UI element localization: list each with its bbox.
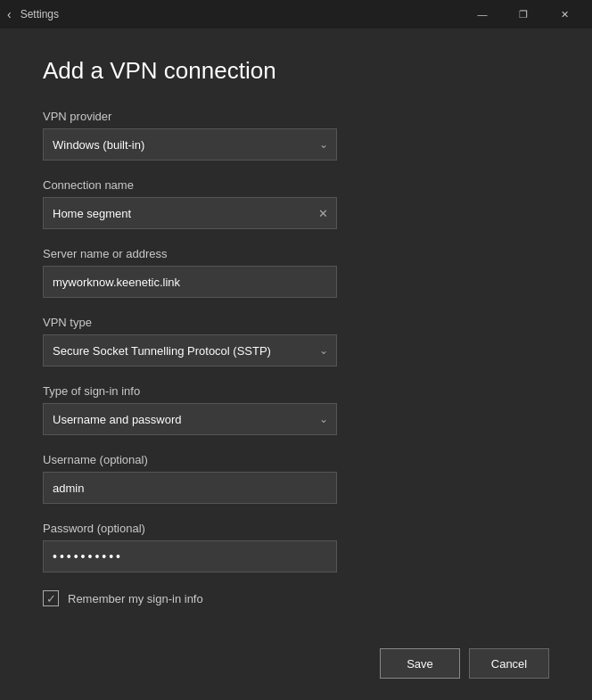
cancel-button[interactable]: Cancel xyxy=(469,648,549,679)
connection-name-input[interactable] xyxy=(43,197,337,229)
connection-name-group: Connection name ✕ xyxy=(43,178,549,229)
remember-signin-label: Remember my sign-in info xyxy=(68,592,203,605)
main-content: Add a VPN connection VPN provider Window… xyxy=(0,29,592,638)
restore-button[interactable]: ❐ xyxy=(503,0,544,29)
vpn-type-label: VPN type xyxy=(43,316,549,329)
server-address-input[interactable] xyxy=(43,266,337,298)
server-address-label: Server name or address xyxy=(43,247,549,260)
username-input[interactable] xyxy=(43,472,337,504)
password-group: Password (optional) xyxy=(43,522,549,572)
remember-signin-checkbox-wrapper[interactable] xyxy=(43,590,59,606)
server-address-group: Server name or address xyxy=(43,247,549,298)
remember-signin-row: Remember my sign-in info xyxy=(43,590,549,606)
vpn-provider-group: VPN provider Windows (built-in) ⌄ xyxy=(43,110,549,161)
sign-in-type-select[interactable]: Username and password xyxy=(43,403,337,435)
sign-in-type-label: Type of sign-in info xyxy=(43,384,549,398)
remember-signin-checkmark[interactable] xyxy=(43,590,59,606)
vpn-provider-select[interactable]: Windows (built-in) xyxy=(43,128,337,161)
close-button[interactable]: ✕ xyxy=(544,0,585,29)
buttons-row: Save Cancel xyxy=(0,638,592,700)
vpn-type-select-wrapper: Secure Socket Tunnelling Protocol (SSTP)… xyxy=(43,334,337,366)
password-label: Password (optional) xyxy=(43,522,549,535)
vpn-type-group: VPN type Secure Socket Tunnelling Protoc… xyxy=(43,316,549,366)
username-label: Username (optional) xyxy=(43,453,549,466)
save-button[interactable]: Save xyxy=(380,648,460,679)
connection-name-clear-button[interactable]: ✕ xyxy=(315,206,332,221)
minimize-button[interactable]: — xyxy=(462,0,503,29)
page-title: Add a VPN connection xyxy=(43,57,549,85)
titlebar: ‹ Settings — ❐ ✕ xyxy=(0,0,592,29)
back-button[interactable]: ‹ xyxy=(7,7,12,21)
vpn-provider-select-wrapper: Windows (built-in) ⌄ xyxy=(43,128,337,161)
connection-name-input-wrapper: ✕ xyxy=(43,197,337,229)
vpn-type-select[interactable]: Secure Socket Tunnelling Protocol (SSTP) xyxy=(43,334,337,366)
sign-in-type-group: Type of sign-in info Username and passwo… xyxy=(43,384,549,435)
vpn-provider-label: VPN provider xyxy=(43,110,549,123)
password-input[interactable] xyxy=(43,540,337,572)
sign-in-type-select-wrapper: Username and password ⌄ xyxy=(43,403,337,435)
window-controls: — ❐ ✕ xyxy=(462,0,585,29)
titlebar-title: Settings xyxy=(21,8,462,21)
connection-name-label: Connection name xyxy=(43,178,549,192)
username-group: Username (optional) xyxy=(43,453,549,504)
